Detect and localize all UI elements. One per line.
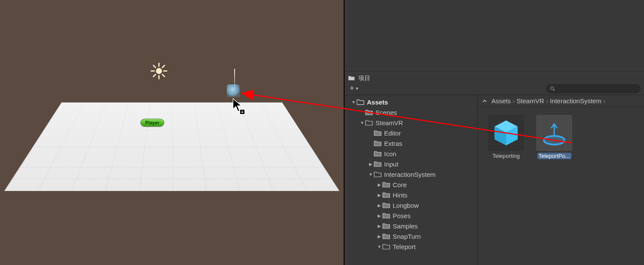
tree-row[interactable]: ▼InteractionSystem (345, 169, 477, 179)
chevron-right-icon[interactable]: ▶ (376, 203, 382, 208)
tree-row[interactable]: ▶Longbow (345, 200, 477, 210)
chevron-right-icon[interactable]: ▶ (376, 193, 382, 197)
scene-view[interactable]: Player + (0, 0, 344, 265)
tree-label: Teleport (393, 243, 415, 250)
chevron-right-icon[interactable]: ▶ (376, 224, 382, 228)
tree-label: Longbow (393, 202, 419, 209)
tree-row[interactable]: ▼Teleport (345, 241, 477, 252)
project-search[interactable] (546, 84, 641, 93)
breadcrumb-segment[interactable]: SteamVR (516, 97, 544, 105)
tree-row[interactable]: ▼SteamVR (345, 117, 477, 128)
tree-row[interactable]: ▶Core (345, 179, 477, 190)
tree-label: Assets (367, 99, 388, 106)
folder-icon (382, 192, 390, 198)
folder-icon (382, 223, 390, 229)
asset-item[interactable]: Teleporting (485, 113, 527, 161)
plus-icon: + (350, 84, 354, 93)
right-dock: 项目 + ▼ ▼ (344, 0, 644, 265)
folder-icon (382, 243, 390, 250)
chevron-right-icon: › (511, 97, 516, 105)
tree-row[interactable]: ▶Samples (345, 221, 477, 231)
folder-icon (365, 120, 373, 126)
folder-icon (374, 140, 382, 146)
tree-label: Scenes (375, 109, 397, 116)
asset-item[interactable]: TeleportPo... (534, 113, 575, 161)
folder-icon (374, 161, 382, 167)
tree-label: Input (384, 160, 398, 168)
project-toolbar: + ▼ (345, 83, 644, 95)
tree-row[interactable]: ▶Hints (345, 190, 477, 200)
project-asset-area: Assets › SteamVR › InteractionSystem › T… (478, 95, 644, 265)
chevron-right-icon[interactable]: ▶ (376, 234, 382, 239)
folder-icon (382, 182, 390, 188)
chevron-down-icon[interactable]: ▼ (359, 120, 365, 125)
unity-editor: Player + 项目 + ▼ (0, 0, 644, 265)
project-folder-tree[interactable]: ▼ Assets ▶Scenes▼SteamVR▶Editor▶Extras▶I… (345, 95, 478, 265)
svg-line-6 (162, 74, 165, 77)
player-gameobject-label[interactable]: Player (140, 119, 164, 126)
folder-icon (382, 202, 390, 208)
project-body: ▼ Assets ▶Scenes▼SteamVR▶Editor▶Extras▶I… (345, 95, 644, 265)
chevron-right-icon[interactable]: ▶ (368, 162, 374, 166)
dragged-prefab-ghost (227, 84, 240, 97)
asset-label: Teleporting (492, 153, 520, 159)
tree-label: Hints (393, 191, 407, 199)
chevron-right-icon[interactable]: ▶ (376, 213, 382, 218)
folder-icon (348, 75, 355, 81)
folder-icon (382, 213, 390, 219)
chevron-down-icon: ▼ (355, 86, 359, 91)
caret-up-icon[interactable] (482, 99, 487, 104)
tree-label: SteamVR (375, 119, 403, 126)
svg-line-5 (153, 65, 156, 68)
chevron-right-icon: › (544, 97, 550, 105)
tree-row[interactable]: ▶Extras (345, 138, 477, 148)
inspector-panel-empty (345, 0, 644, 72)
chevron-down-icon[interactable]: ▼ (368, 172, 374, 177)
chevron-right-icon[interactable]: ▶ (376, 182, 382, 187)
scene-ground-plane (4, 102, 340, 191)
tree-label: Icon (384, 150, 396, 157)
folder-icon (374, 130, 382, 136)
tree-label: InteractionSystem (384, 171, 436, 178)
tree-row[interactable]: ▶Scenes (345, 107, 477, 117)
chevron-down-icon[interactable]: ▼ (351, 100, 357, 105)
chevron-right-icon: › (601, 97, 605, 105)
project-asset-grid[interactable]: TeleportingTeleportPo... (478, 107, 644, 265)
breadcrumb-segment[interactable]: InteractionSystem (550, 97, 601, 105)
folder-icon (365, 109, 373, 115)
svg-line-7 (162, 65, 165, 68)
breadcrumb: Assets › SteamVR › InteractionSystem › (478, 95, 644, 107)
folder-icon (382, 233, 390, 239)
tree-row[interactable]: ▶Editor (345, 128, 477, 138)
prefab-cube-icon (488, 115, 524, 151)
project-panel-header[interactable]: 项目 (345, 72, 644, 83)
tree-label: Extras (384, 140, 403, 147)
chevron-down-icon[interactable]: ▼ (376, 244, 382, 249)
svg-line-10 (553, 89, 555, 91)
asset-label: TeleportPo... (537, 153, 571, 159)
svg-point-9 (551, 86, 554, 89)
svg-point-0 (156, 68, 162, 74)
tree-label: SnapTurn (393, 233, 421, 240)
tree-label: Core (393, 181, 407, 188)
project-panel: 项目 + ▼ ▼ (345, 72, 644, 265)
svg-point-15 (544, 136, 565, 145)
create-asset-button[interactable]: + ▼ (348, 84, 360, 93)
svg-line-8 (153, 74, 156, 77)
folder-icon (357, 99, 364, 105)
tree-label: Editor (384, 129, 401, 137)
project-panel-title: 项目 (358, 74, 370, 82)
tree-row[interactable]: ▶SnapTurn (345, 231, 477, 241)
tree-row-assets-root[interactable]: ▼ Assets (345, 97, 477, 107)
search-icon (550, 86, 555, 91)
tree-label: Samples (393, 222, 418, 230)
teleport-point-icon (536, 115, 572, 151)
project-search-input[interactable] (557, 86, 637, 92)
folder-icon (374, 151, 382, 157)
tree-row[interactable]: ▶Icon (345, 148, 477, 159)
tree-label: Poses (393, 212, 411, 219)
tree-row[interactable]: ▶Poses (345, 210, 477, 221)
folder-icon (374, 171, 382, 177)
breadcrumb-segment[interactable]: Assets (491, 97, 511, 105)
tree-row[interactable]: ▶Input (345, 159, 477, 169)
